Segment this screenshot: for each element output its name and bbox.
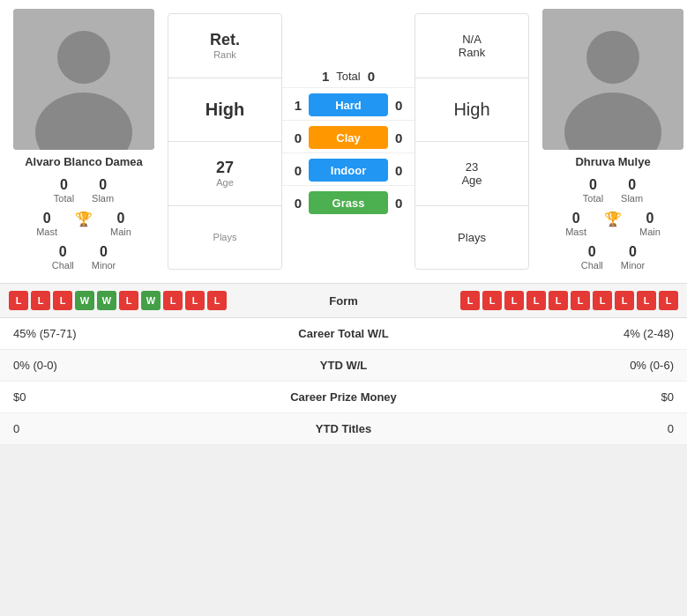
form-badge: L <box>637 291 656 310</box>
svg-point-1 <box>57 31 110 84</box>
form-badge: L <box>163 291 183 310</box>
p2-grass-score: 0 <box>388 196 414 211</box>
player1-middle-panel: Ret. Rank High 27 Age Plays <box>168 13 282 270</box>
player2-minor: 0 <box>629 244 637 260</box>
player2-avatar <box>542 9 683 150</box>
player1-card: Alvaro Blanco Damea 0 Total 0 Slam 0 Ma <box>0 9 168 274</box>
player1-plays-label: Plays <box>213 232 237 242</box>
total-label: Total <box>336 70 360 83</box>
p1-clay-score: 0 <box>282 130 309 145</box>
player2-middle-panel: N/A Rank High 23 Age Plays <box>414 13 529 270</box>
svg-point-4 <box>586 31 639 84</box>
player1-plays-cell: Plays <box>168 206 281 270</box>
player1-total: 0 <box>60 177 68 193</box>
form-badge: W <box>141 291 161 310</box>
form-badge: L <box>615 291 634 310</box>
player1-minor-label: Minor <box>92 260 116 271</box>
player2-main: 0 <box>646 211 653 226</box>
stat-row-label: YTD W/L <box>273 359 414 372</box>
grass-row: 0 Grass 0 <box>282 188 414 218</box>
player2-chall: 0 <box>588 244 596 260</box>
stat-row-p2-val: 0% (0-6) <box>414 359 675 372</box>
stat-row-label: Career Prize Money <box>273 390 414 404</box>
stat-row-p1-val: 45% (57-71) <box>13 327 273 340</box>
player2-name: Dhruva Mulye <box>571 155 653 168</box>
player1-high-cell: High <box>168 78 281 143</box>
form-badge: L <box>482 291 502 310</box>
form-badge: L <box>207 291 227 310</box>
player1-chall-label: Chall <box>52 260 74 271</box>
player1-minor: 0 <box>100 244 108 260</box>
stat-row-p2-val: 4% (2-48) <box>414 327 675 340</box>
player2-trophy-icon: 🏆 <box>604 211 622 227</box>
form-badge: L <box>549 291 568 310</box>
player2-slam: 0 <box>628 177 636 193</box>
indoor-row: 0 Indoor 0 <box>282 155 414 186</box>
main-container: Alvaro Blanco Damea 0 Total 0 Slam 0 Ma <box>0 0 687 445</box>
player2-age-val: 23 <box>466 160 478 174</box>
form-badge: L <box>460 291 480 310</box>
player1-main: 0 <box>116 211 124 226</box>
indoor-badge: Indoor <box>309 159 388 182</box>
player1-stats: 0 Total 0 Slam 0 Mast 🏆 <box>0 174 168 274</box>
player2-rank-val: N/A <box>462 33 482 46</box>
player1-slam: 0 <box>99 177 107 193</box>
p2-clay-score: 0 <box>388 130 414 145</box>
clay-row: 0 Clay 0 <box>282 122 414 153</box>
player1-name: Alvaro Blanco Damea <box>21 155 146 168</box>
form-badge: L <box>593 291 612 310</box>
player2-age-label: Age <box>461 174 482 187</box>
player1-avatar <box>13 9 154 150</box>
player2-total: 0 <box>589 177 597 193</box>
form-section: LLLWWLWLLL Form LLLLLLLLLL <box>0 283 687 317</box>
player1-rank-label: Rank <box>213 49 236 60</box>
hard-row: 1 Hard 0 <box>282 90 414 121</box>
form-badge: L <box>31 291 50 310</box>
center-scores: 1 Total 0 1 Hard 0 0 Clay 0 <box>282 9 414 274</box>
form-badge: L <box>119 291 138 310</box>
stat-row: 0% (0-0)YTD W/L0% (0-6) <box>0 350 687 382</box>
stat-row: 45% (57-71)Career Total W/L4% (2-48) <box>0 318 687 350</box>
player2-plays-label: Plays <box>458 231 486 244</box>
p2-total-score: 0 <box>361 69 387 84</box>
stat-row: $0Career Prize Money$0 <box>0 382 687 413</box>
stat-row-p1-val: 0 <box>13 422 273 435</box>
grass-badge: Grass <box>309 191 388 214</box>
player1-slam-label: Slam <box>92 193 114 204</box>
form-badge: W <box>97 291 116 310</box>
stat-row-label: Career Total W/L <box>273 327 414 340</box>
stat-row-p1-val: $0 <box>13 390 273 404</box>
player1-form-badges: LLLWWLWLLL <box>9 291 227 310</box>
form-badge: L <box>185 291 205 310</box>
player1-age-val: 27 <box>216 159 234 177</box>
player2-age-cell: 23 Age <box>415 142 528 206</box>
form-badge: W <box>75 291 94 310</box>
p2-hard-score: 0 <box>388 98 414 113</box>
stat-row-p1-val: 0% (0-0) <box>13 359 273 372</box>
player1-total-label: Total <box>54 193 74 204</box>
stat-row: 0YTD Titles0 <box>0 413 687 445</box>
p2-indoor-score: 0 <box>388 163 414 178</box>
player1-rank-val: Ret. <box>210 31 240 49</box>
form-badge: L <box>9 291 28 310</box>
p1-total-score: 1 <box>310 69 336 84</box>
player1-mast-label: Mast <box>36 226 57 237</box>
player2-minor-label: Minor <box>621 260 646 271</box>
player-section: Alvaro Blanco Damea 0 Total 0 Slam 0 Ma <box>0 0 687 283</box>
stat-row-p2-val: $0 <box>414 390 675 404</box>
player1-chall: 0 <box>59 244 67 260</box>
player2-mast-label: Mast <box>565 226 586 237</box>
player1-trophy-icon: 🏆 <box>75 211 93 227</box>
player2-rank-cell: N/A Rank <box>415 14 528 78</box>
player2-chall-label: Chall <box>581 260 603 271</box>
player2-high-val: High <box>453 100 489 120</box>
p1-hard-score: 1 <box>282 98 309 113</box>
player1-high-val: High <box>205 100 244 120</box>
player2-rank-label: Rank <box>459 46 485 59</box>
player2-main-label: Main <box>639 226 661 237</box>
player2-mast: 0 <box>572 211 580 226</box>
player2-slam-label: Slam <box>621 193 643 204</box>
player2-stats: 0 Total 0 Slam 0 Mast 🏆 <box>529 174 687 274</box>
stat-row-p2-val: 0 <box>414 422 675 435</box>
stat-row-label: YTD Titles <box>273 422 414 435</box>
